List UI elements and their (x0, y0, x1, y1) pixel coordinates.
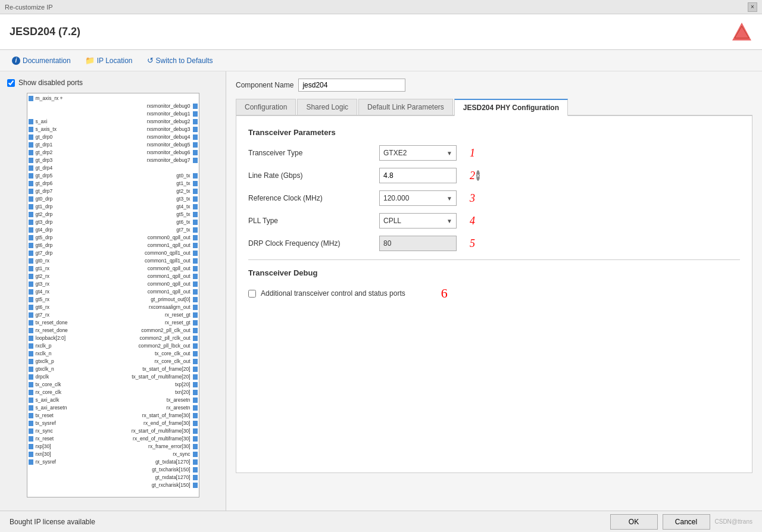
bd-connector-right[interactable] (193, 467, 198, 472)
line-rate-clear-button[interactable]: × (476, 170, 480, 181)
bd-connector-left[interactable] (29, 258, 33, 264)
bd-connector-right[interactable] (193, 297, 198, 302)
bd-connector-left[interactable] (29, 351, 33, 356)
bd-connector-right[interactable] (193, 405, 198, 411)
bd-connector-left[interactable] (29, 305, 33, 310)
bd-connector-right[interactable] (193, 328, 198, 333)
bd-connector-left[interactable] (29, 382, 33, 387)
bd-connector-left[interactable] (29, 343, 33, 349)
show-disabled-ports-checkbox-row[interactable]: Show disabled ports (7, 79, 218, 87)
bd-connector-left[interactable] (29, 359, 33, 364)
bd-connector-right[interactable] (193, 251, 198, 256)
bd-connector-right[interactable] (193, 235, 198, 240)
cancel-button[interactable]: Cancel (663, 514, 710, 530)
bd-connector-right[interactable] (193, 413, 198, 418)
tab-default-link-params[interactable]: Default Link Parameters (358, 99, 453, 115)
bd-connector-right[interactable] (193, 127, 198, 132)
tab-shared-logic[interactable]: Shared Logic (297, 99, 357, 115)
bd-connector-left[interactable] (29, 281, 33, 287)
bd-connector-right[interactable] (193, 281, 198, 287)
bd-connector-right[interactable] (193, 475, 198, 480)
ip-location-button[interactable]: 📁 IP Location (83, 55, 135, 66)
bd-connector-right[interactable] (193, 436, 198, 442)
bd-connector-right[interactable] (193, 483, 198, 488)
bd-connector-right[interactable] (193, 289, 198, 295)
bd-connector-right[interactable] (193, 142, 198, 148)
bd-connector-left[interactable] (29, 96, 33, 101)
bd-connector-left[interactable] (29, 274, 33, 279)
bd-connector-right[interactable] (193, 274, 198, 279)
bd-connector-right[interactable] (193, 173, 198, 179)
bd-connector-left[interactable] (29, 220, 33, 225)
bd-connector-left[interactable] (29, 297, 33, 302)
bd-connector-left[interactable] (29, 398, 33, 403)
bd-connector-left[interactable] (29, 459, 33, 465)
bd-connector-left[interactable] (29, 189, 33, 194)
bd-connector-left[interactable] (29, 127, 33, 132)
ok-button[interactable]: OK (610, 514, 658, 530)
bd-connector-left[interactable] (29, 212, 33, 217)
bd-connector-right[interactable] (193, 351, 198, 356)
bd-connector-left[interactable] (29, 452, 33, 457)
bd-connector-right[interactable] (193, 312, 198, 318)
bd-connector-right[interactable] (193, 305, 198, 310)
bd-connector-right[interactable] (193, 220, 198, 225)
line-rate-input[interactable] (380, 170, 476, 181)
bd-connector-right[interactable] (193, 243, 198, 248)
component-name-input[interactable] (298, 79, 405, 92)
show-disabled-ports-checkbox[interactable] (7, 79, 15, 87)
bd-connector-right[interactable] (193, 189, 198, 194)
bd-connector-right[interactable] (193, 258, 198, 264)
bd-connector-left[interactable] (29, 142, 33, 148)
bd-connector-left[interactable] (29, 428, 33, 434)
switch-defaults-button[interactable]: ↺ Switch to Defaults (145, 55, 216, 66)
bd-connector-right[interactable] (193, 428, 198, 434)
bd-connector-right[interactable] (193, 390, 198, 395)
bd-connector-left[interactable] (29, 405, 33, 411)
bd-connector-left[interactable] (29, 336, 33, 341)
additional-ports-checkbox[interactable] (248, 290, 256, 298)
bd-connector-right[interactable] (193, 204, 198, 209)
bd-connector-left[interactable] (29, 390, 33, 395)
bd-connector-right[interactable] (193, 444, 198, 449)
bd-connector-left[interactable] (29, 320, 33, 326)
bd-connector-left[interactable] (29, 158, 33, 163)
bd-connector-left[interactable] (29, 243, 33, 248)
bd-connector-right[interactable] (193, 150, 198, 155)
transceiver-type-dropdown[interactable]: GTXE2 ▼ (379, 145, 457, 161)
bd-connector-right[interactable] (193, 336, 198, 341)
bd-connector-right[interactable] (193, 181, 198, 186)
bd-connector-right[interactable] (193, 158, 198, 163)
bd-connector-right[interactable] (193, 104, 198, 109)
bd-connector-left[interactable] (29, 266, 33, 271)
bd-connector-left[interactable] (29, 173, 33, 179)
bd-connector-left[interactable] (29, 421, 33, 426)
bd-connector-left[interactable] (29, 374, 33, 380)
bd-connector-right[interactable] (193, 320, 198, 326)
bd-connector-left[interactable] (29, 328, 33, 333)
bd-connector-right[interactable] (193, 367, 198, 372)
bd-connector-left[interactable] (29, 444, 33, 449)
bd-connector-right[interactable] (193, 359, 198, 364)
reference-clock-dropdown[interactable]: 120.000 ▼ (379, 190, 457, 206)
bd-connector-left[interactable] (29, 413, 33, 418)
bd-connector-right[interactable] (193, 266, 198, 271)
bd-connector-left[interactable] (29, 134, 33, 140)
bd-connector-left[interactable] (29, 150, 33, 155)
bd-connector-left[interactable] (29, 119, 33, 124)
bd-connector-right[interactable] (193, 227, 198, 233)
bd-connector-right[interactable] (193, 452, 198, 457)
documentation-button[interactable]: i Documentation (10, 55, 73, 66)
bd-connector-left[interactable] (29, 312, 33, 318)
bd-connector-left[interactable] (29, 251, 33, 256)
close-button[interactable]: × (748, 2, 757, 12)
pll-type-dropdown[interactable]: CPLL ▼ (379, 213, 457, 229)
bd-connector-left[interactable] (29, 436, 33, 442)
bd-connector-left[interactable] (29, 196, 33, 202)
bd-connector-right[interactable] (193, 374, 198, 380)
bd-connector-left[interactable] (29, 289, 33, 295)
tab-configuration[interactable]: Configuration (236, 99, 296, 115)
bd-connector-right[interactable] (193, 119, 198, 124)
bd-connector-right[interactable] (193, 111, 198, 117)
bd-connector-left[interactable] (29, 227, 33, 233)
